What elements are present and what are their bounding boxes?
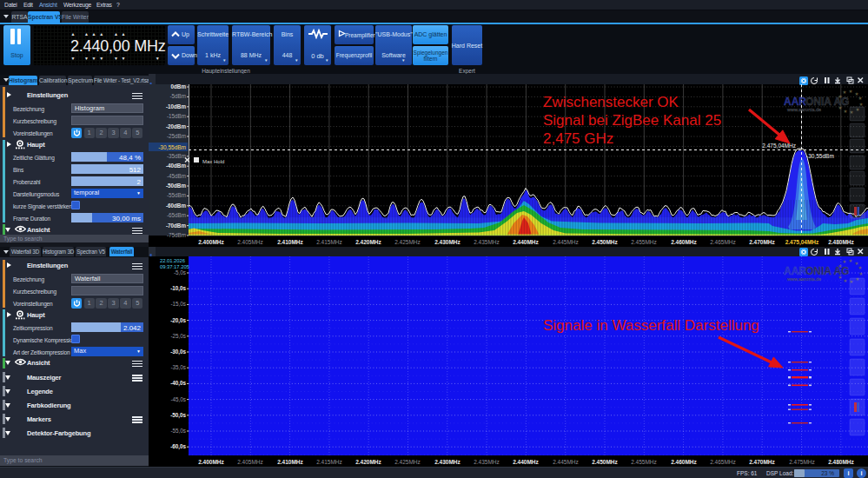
svg-text:-30,0s: -30,0s — [170, 349, 186, 355]
svg-text:2.425MHz: 2.425MHz — [394, 459, 421, 465]
svg-text:2.425MHz: 2.425MHz — [394, 239, 421, 245]
svg-text:2.410MHz: 2.410MHz — [277, 459, 303, 465]
svg-text:★: ★ — [838, 275, 843, 280]
svg-text:-45dBm: -45dBm — [167, 173, 186, 179]
svg-text:-5dBm: -5dBm — [169, 93, 186, 99]
svg-text:-5,0s: -5,0s — [174, 269, 186, 276]
svg-text:2.455MHz: 2.455MHz — [631, 459, 657, 465]
svg-text:-65dBm: -65dBm — [167, 212, 186, 218]
svg-text:-15dBm: -15dBm — [167, 113, 186, 119]
svg-text:ONIA AG: ONIA AG — [805, 96, 849, 108]
svg-text:-40,0s: -40,0s — [170, 380, 186, 387]
svg-text:2.475,04MHz: 2.475,04MHz — [762, 143, 796, 149]
svg-text:2.450MHz: 2.450MHz — [592, 459, 618, 465]
svg-text:-75dBm: -75dBm — [167, 232, 186, 238]
svg-text:2.420MHz: 2.420MHz — [355, 459, 381, 465]
svg-text:2.430MHz: 2.430MHz — [434, 459, 461, 465]
svg-text:AAR: AAR — [784, 96, 806, 108]
svg-text:22.01.2026: 22.01.2026 — [160, 258, 185, 263]
svg-text:0dBm: 0dBm — [171, 83, 187, 90]
svg-text:2.475,04MHz: 2.475,04MHz — [785, 239, 819, 246]
svg-text:★: ★ — [838, 105, 843, 110]
svg-text:2.470MHz: 2.470MHz — [749, 459, 775, 465]
svg-text:2.455MHz: 2.455MHz — [631, 239, 657, 245]
svg-text:★: ★ — [858, 265, 863, 270]
svg-text:2,475 GHz: 2,475 GHz — [543, 130, 613, 147]
svg-text:2.405MHz: 2.405MHz — [237, 459, 263, 465]
svg-text:★: ★ — [843, 259, 847, 264]
svg-text:-55dBm: -55dBm — [167, 192, 186, 198]
svg-text:ONIA AG: ONIA AG — [805, 265, 849, 277]
svg-text:★: ★ — [849, 89, 853, 94]
svg-text:-25,0s: -25,0s — [170, 333, 186, 339]
svg-text:-25dBm: -25dBm — [167, 133, 186, 139]
svg-text:-35dBm: -35dBm — [167, 153, 186, 159]
svg-text:2.440MHz: 2.440MHz — [513, 459, 539, 465]
svg-text:2.460MHz: 2.460MHz — [671, 239, 697, 245]
svg-text:★: ★ — [844, 109, 848, 114]
svg-text:-10dBm: -10dBm — [166, 103, 186, 110]
svg-text:-15,0s: -15,0s — [170, 301, 186, 307]
svg-text:2.440MHz: 2.440MHz — [513, 239, 539, 245]
svg-text:-60dBm: -60dBm — [166, 202, 186, 209]
svg-text:-20dBm: -20dBm — [166, 123, 186, 129]
svg-text:-50,0s: -50,0s — [170, 412, 186, 419]
svg-text:2.400MHz: 2.400MHz — [198, 459, 224, 465]
svg-text:2.420MHz: 2.420MHz — [355, 239, 381, 245]
svg-text:2.435MHz: 2.435MHz — [474, 459, 500, 465]
svg-text:2.480MHz: 2.480MHz — [828, 239, 854, 245]
svg-text:2.430MHz: 2.430MHz — [434, 239, 461, 245]
svg-text:-70dBm: -70dBm — [166, 222, 186, 229]
svg-text:2.445MHz: 2.445MHz — [553, 239, 579, 245]
svg-text:-40dBm: -40dBm — [166, 163, 186, 169]
svg-text:2.405MHz: 2.405MHz — [237, 239, 263, 245]
svg-text:2.465MHz: 2.465MHz — [710, 239, 736, 245]
svg-text:2.465MHz: 2.465MHz — [710, 459, 736, 465]
svg-text:2.480MHz: 2.480MHz — [828, 459, 854, 465]
svg-text:-50dBm: -50dBm — [166, 183, 186, 189]
svg-text:2.415MHz: 2.415MHz — [316, 239, 342, 245]
svg-text:-10,0s: -10,0s — [170, 285, 186, 292]
svg-text:-55,0s: -55,0s — [170, 428, 186, 434]
svg-text:www.aaronia.de: www.aaronia.de — [786, 276, 821, 282]
svg-text:-30,55dBm: -30,55dBm — [158, 144, 186, 150]
svg-text:2.475MHz: 2.475MHz — [789, 459, 815, 465]
svg-text:2.450MHz: 2.450MHz — [592, 239, 618, 245]
svg-text:2.410MHz: 2.410MHz — [277, 239, 303, 245]
svg-text:-20,0s: -20,0s — [170, 317, 186, 324]
svg-text:-30,55dBm: -30,55dBm — [806, 153, 834, 159]
svg-text:-60,0s: -60,0s — [170, 443, 186, 450]
svg-text:2.460MHz: 2.460MHz — [671, 459, 697, 465]
svg-text:Zwischenstecker OK: Zwischenstecker OK — [543, 94, 679, 110]
svg-text:Signal bei ZigBee Kanal 25: Signal bei ZigBee Kanal 25 — [543, 112, 721, 129]
svg-text:2.445MHz: 2.445MHz — [553, 459, 579, 465]
svg-text:2.470MHz: 2.470MHz — [749, 239, 775, 245]
svg-text:www.aaronia.de: www.aaronia.de — [786, 107, 821, 112]
svg-text:2.415MHz: 2.415MHz — [316, 459, 342, 465]
svg-text:2.435MHz: 2.435MHz — [474, 239, 500, 245]
svg-text:AAR: AAR — [784, 265, 806, 277]
svg-text:-35,0s: -35,0s — [170, 364, 186, 370]
svg-text:★: ★ — [843, 90, 847, 95]
svg-text:Max Hold: Max Hold — [202, 159, 224, 164]
svg-text:-45,0s: -45,0s — [170, 396, 186, 402]
svg-text:★: ★ — [844, 278, 848, 283]
svg-text:Signale in Wasserfall Darstell: Signale in Wasserfall Darstellung — [543, 317, 759, 334]
svg-text:★: ★ — [858, 96, 863, 101]
svg-text:2.400MHz: 2.400MHz — [198, 239, 224, 245]
svg-text:★: ★ — [849, 258, 853, 263]
